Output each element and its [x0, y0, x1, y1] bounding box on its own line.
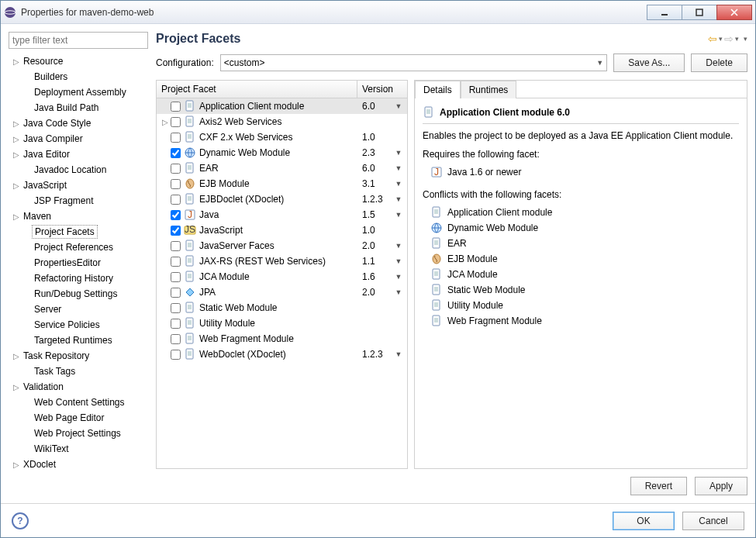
facet-name: EAR: [199, 163, 362, 174]
tree-item[interactable]: ▷Resource: [9, 53, 148, 69]
maximize-button[interactable]: [682, 5, 717, 20]
facet-checkbox[interactable]: [171, 179, 181, 189]
requires-item: Java 1.6 or newer: [423, 164, 739, 180]
configuration-combo[interactable]: <custom> ▼: [220, 54, 608, 71]
tree-item[interactable]: ▷Java Compiler: [9, 131, 148, 147]
facet-checkbox[interactable]: [171, 319, 181, 329]
facet-row[interactable]: EJBDoclet (XDoclet)1.2.3▼: [157, 191, 407, 207]
version-dropdown-icon[interactable]: ▼: [393, 195, 404, 203]
facet-row[interactable]: Application Client module6.0▼: [157, 98, 407, 114]
facet-checkbox[interactable]: [171, 164, 181, 174]
facet-checkbox[interactable]: [171, 288, 181, 298]
facet-row[interactable]: WebDoclet (XDoclet)1.2.3▼: [157, 347, 407, 362]
page-icon: [184, 240, 196, 252]
tree-item[interactable]: Service Policies: [9, 317, 148, 333]
facet-row[interactable]: JavaScript1.0: [157, 222, 407, 238]
view-menu-icon[interactable]: ▾: [744, 35, 747, 43]
facet-row[interactable]: JCA Module1.6▼: [157, 269, 407, 285]
facet-checkbox[interactable]: [171, 148, 181, 158]
tree-item[interactable]: Project Facets: [9, 224, 148, 240]
tree-item[interactable]: PropertiesEditor: [9, 255, 148, 271]
facet-row[interactable]: JPA2.0▼: [157, 285, 407, 300]
facet-checkbox[interactable]: [171, 226, 181, 236]
tree-item[interactable]: ▷Task Repository: [9, 348, 148, 364]
tree-item[interactable]: Targeted Runtimes: [9, 333, 148, 348]
tree-item[interactable]: Web Page Editor: [9, 410, 148, 426]
facet-checkbox[interactable]: [171, 334, 181, 344]
tree-item[interactable]: JSP Fragment: [9, 193, 148, 209]
facet-name: JPA: [199, 287, 362, 298]
facet-row[interactable]: EJB Module3.1▼: [157, 176, 407, 191]
filter-input[interactable]: [9, 32, 148, 49]
facet-row[interactable]: JAX-RS (REST Web Services)1.1▼: [157, 253, 407, 269]
facet-rows[interactable]: Application Client module6.0▼▷Axis2 Web …: [157, 98, 407, 468]
facet-checkbox[interactable]: [171, 241, 181, 251]
back-arrow-icon[interactable]: ⇦: [708, 33, 717, 45]
forward-arrow-icon[interactable]: ⇨: [724, 33, 734, 45]
facet-row[interactable]: Static Web Module: [157, 300, 407, 316]
tree-item[interactable]: ▷Validation: [9, 379, 148, 395]
facet-checkbox[interactable]: [171, 350, 181, 360]
tree-item[interactable]: ▷Java Editor: [9, 147, 148, 162]
facet-row[interactable]: JavaServer Faces2.0▼: [157, 238, 407, 253]
tree-item[interactable]: WikiText: [9, 441, 148, 457]
tree-item[interactable]: Java Build Path: [9, 100, 148, 116]
version-dropdown-icon[interactable]: ▼: [393, 102, 404, 110]
facet-checkbox[interactable]: [171, 102, 181, 112]
facet-row[interactable]: CXF 2.x Web Services1.0: [157, 129, 407, 145]
tree-item[interactable]: Javadoc Location: [9, 162, 148, 178]
version-dropdown-icon[interactable]: ▼: [393, 211, 404, 219]
delete-button[interactable]: Delete: [691, 53, 747, 72]
help-button[interactable]: ?: [12, 512, 29, 529]
facet-checkbox[interactable]: [171, 195, 181, 205]
tree-item[interactable]: Project References: [9, 240, 148, 255]
tab-details[interactable]: Details: [415, 81, 461, 98]
facet-row[interactable]: ▷Axis2 Web Services: [157, 114, 407, 129]
version-dropdown-icon[interactable]: ▼: [393, 180, 404, 188]
close-button[interactable]: [716, 5, 752, 20]
revert-button[interactable]: Revert: [630, 477, 687, 495]
facet-checkbox[interactable]: [171, 272, 181, 282]
facet-row[interactable]: EAR6.0▼: [157, 160, 407, 176]
facet-checkbox[interactable]: [171, 117, 181, 127]
tree-item[interactable]: Task Tags: [9, 364, 148, 379]
forward-menu-icon[interactable]: ▾: [735, 35, 739, 43]
column-header-facet[interactable]: Project Facet: [157, 81, 357, 98]
tree-item[interactable]: Server: [9, 302, 148, 317]
tree-item[interactable]: Run/Debug Settings: [9, 286, 148, 302]
facet-row[interactable]: Java1.5▼: [157, 207, 407, 222]
tree-item[interactable]: ▷Maven: [9, 209, 148, 224]
facet-checkbox[interactable]: [171, 257, 181, 267]
facet-checkbox[interactable]: [171, 210, 181, 220]
cancel-button[interactable]: Cancel: [682, 512, 744, 530]
tree-item[interactable]: Refactoring History: [9, 271, 148, 286]
minimize-button[interactable]: [647, 5, 682, 20]
column-header-version[interactable]: Version: [357, 81, 407, 98]
titlebar[interactable]: Properties for maven-demo-web: [1, 1, 755, 24]
version-dropdown-icon[interactable]: ▼: [393, 350, 404, 358]
save-as-button[interactable]: Save As...: [613, 53, 685, 72]
facet-row[interactable]: Utility Module: [157, 316, 407, 331]
tree-item[interactable]: ▷JavaScript: [9, 178, 148, 193]
category-tree[interactable]: ▷ResourceBuildersDeployment AssemblyJava…: [9, 53, 148, 495]
tree-item[interactable]: ▷Java Code Style: [9, 116, 148, 131]
tree-item[interactable]: Web Project Settings: [9, 426, 148, 441]
back-menu-icon[interactable]: ▾: [719, 35, 723, 43]
tree-item[interactable]: Deployment Assembly: [9, 84, 148, 100]
facet-checkbox[interactable]: [171, 133, 181, 143]
ok-button[interactable]: OK: [613, 512, 675, 530]
tree-item[interactable]: Web Content Settings: [9, 395, 148, 410]
facet-row[interactable]: Dynamic Web Module2.3▼: [157, 145, 407, 160]
version-dropdown-icon[interactable]: ▼: [393, 288, 404, 296]
version-dropdown-icon[interactable]: ▼: [393, 149, 404, 157]
version-dropdown-icon[interactable]: ▼: [393, 257, 404, 265]
facet-checkbox[interactable]: [171, 303, 181, 313]
tree-item[interactable]: Builders: [9, 69, 148, 84]
version-dropdown-icon[interactable]: ▼: [393, 273, 404, 281]
tree-item[interactable]: ▷XDoclet: [9, 457, 148, 472]
tab-runtimes[interactable]: Runtimes: [461, 81, 517, 98]
version-dropdown-icon[interactable]: ▼: [393, 164, 404, 172]
apply-button[interactable]: Apply: [695, 477, 747, 495]
version-dropdown-icon[interactable]: ▼: [393, 242, 404, 250]
facet-row[interactable]: Web Fragment Module: [157, 331, 407, 347]
